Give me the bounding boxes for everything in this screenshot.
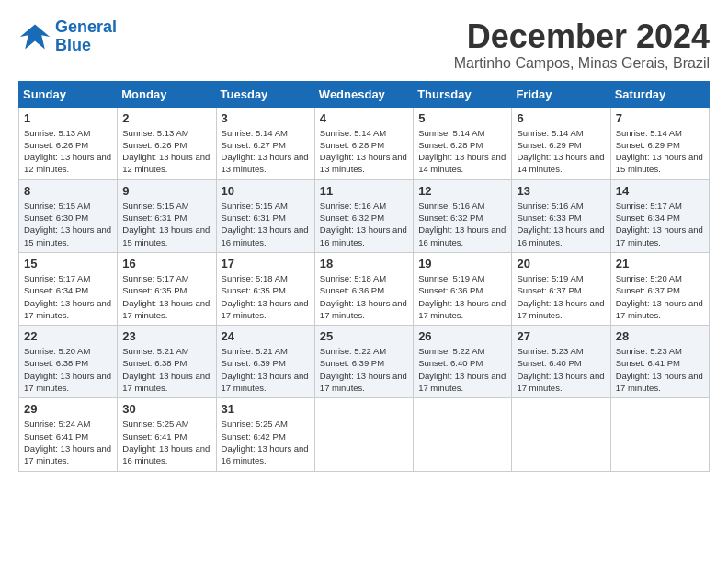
calendar-header-cell: Sunday (19, 81, 118, 107)
calendar-day-cell: 26 Sunrise: 5:22 AMSunset: 6:40 PMDaylig… (414, 326, 512, 398)
day-number: 25 (320, 329, 408, 343)
day-number: 23 (122, 329, 210, 343)
logo-general: General (55, 17, 117, 36)
calendar-day-cell: 15 Sunrise: 5:17 AMSunset: 6:34 PMDaylig… (19, 252, 118, 325)
calendar-day-cell: 8 Sunrise: 5:15 AMSunset: 6:30 PMDayligh… (19, 179, 118, 252)
day-info: Sunrise: 5:22 AMSunset: 6:40 PMDaylight:… (418, 346, 506, 393)
day-info: Sunrise: 5:22 AMSunset: 6:39 PMDaylight:… (320, 346, 407, 393)
day-number: 3 (222, 111, 310, 125)
calendar-day-cell: 28 Sunrise: 5:23 AMSunset: 6:41 PMDaylig… (610, 326, 709, 398)
day-info: Sunrise: 5:25 AMSunset: 6:41 PMDaylight:… (122, 419, 210, 465)
day-info: Sunrise: 5:23 AMSunset: 6:40 PMDaylight:… (517, 346, 604, 393)
day-number: 1 (24, 111, 112, 125)
day-info: Sunrise: 5:14 AMSunset: 6:28 PMDaylight:… (418, 128, 506, 175)
calendar-day-cell: 6 Sunrise: 5:14 AMSunset: 6:29 PMDayligh… (512, 107, 610, 179)
day-number: 13 (517, 184, 605, 198)
day-number: 20 (517, 257, 605, 270)
logo-text: General Blue (55, 18, 117, 55)
calendar-header-cell: Friday (512, 81, 610, 107)
calendar-day-cell: 10 Sunrise: 5:15 AMSunset: 6:31 PMDaylig… (216, 179, 314, 252)
calendar-day-cell: 11 Sunrise: 5:16 AMSunset: 6:32 PMDaylig… (314, 179, 413, 252)
calendar-day-cell: 31 Sunrise: 5:25 AMSunset: 6:42 PMDaylig… (216, 398, 314, 471)
location-subtitle: Martinho Campos, Minas Gerais, Brazil (454, 55, 710, 72)
calendar-day-cell: 18 Sunrise: 5:18 AMSunset: 6:36 PMDaylig… (314, 252, 413, 325)
calendar-day-cell: 27 Sunrise: 5:23 AMSunset: 6:40 PMDaylig… (512, 326, 610, 398)
day-number: 5 (418, 111, 506, 125)
calendar-day-cell: 21 Sunrise: 5:20 AMSunset: 6:37 PMDaylig… (610, 252, 709, 325)
day-info: Sunrise: 5:17 AMSunset: 6:34 PMDaylight:… (24, 273, 111, 320)
calendar-week-row: 15 Sunrise: 5:17 AMSunset: 6:34 PMDaylig… (19, 252, 710, 325)
day-info: Sunrise: 5:25 AMSunset: 6:42 PMDaylight:… (222, 419, 309, 465)
calendar-day-cell: 29 Sunrise: 5:24 AMSunset: 6:41 PMDaylig… (19, 398, 118, 471)
logo: General Blue (18, 18, 117, 55)
logo-bird-icon (18, 20, 51, 53)
day-info: Sunrise: 5:15 AMSunset: 6:31 PMDaylight:… (122, 201, 210, 247)
calendar-day-cell: 13 Sunrise: 5:16 AMSunset: 6:33 PMDaylig… (512, 179, 610, 252)
day-info: Sunrise: 5:14 AMSunset: 6:29 PMDaylight:… (616, 128, 703, 175)
day-info: Sunrise: 5:16 AMSunset: 6:33 PMDaylight:… (517, 201, 604, 247)
day-info: Sunrise: 5:24 AMSunset: 6:41 PMDaylight:… (24, 419, 111, 465)
day-info: Sunrise: 5:13 AMSunset: 6:26 PMDaylight:… (24, 128, 111, 175)
day-info: Sunrise: 5:20 AMSunset: 6:38 PMDaylight:… (24, 346, 111, 393)
month-title: December 2024 (454, 18, 710, 55)
day-info: Sunrise: 5:17 AMSunset: 6:34 PMDaylight:… (616, 201, 703, 247)
day-info: Sunrise: 5:17 AMSunset: 6:35 PMDaylight:… (122, 273, 210, 320)
day-number: 18 (320, 257, 408, 270)
calendar-week-row: 8 Sunrise: 5:15 AMSunset: 6:30 PMDayligh… (19, 179, 710, 252)
day-number: 11 (320, 184, 408, 198)
calendar-day-cell: 14 Sunrise: 5:17 AMSunset: 6:34 PMDaylig… (610, 179, 709, 252)
day-number: 7 (616, 111, 704, 125)
day-number: 4 (320, 111, 408, 125)
day-number: 28 (616, 329, 704, 343)
day-info: Sunrise: 5:18 AMSunset: 6:35 PMDaylight:… (222, 273, 309, 320)
calendar-header-cell: Thursday (414, 81, 512, 107)
page-header: General Blue December 2024 Martinho Camp… (18, 18, 710, 72)
day-info: Sunrise: 5:14 AMSunset: 6:28 PMDaylight:… (320, 128, 407, 175)
calendar-day-cell: 19 Sunrise: 5:19 AMSunset: 6:36 PMDaylig… (414, 252, 512, 325)
day-number: 21 (616, 257, 704, 270)
calendar-week-row: 22 Sunrise: 5:20 AMSunset: 6:38 PMDaylig… (19, 326, 710, 398)
day-number: 22 (24, 329, 112, 343)
calendar-day-cell: 24 Sunrise: 5:21 AMSunset: 6:39 PMDaylig… (216, 326, 314, 398)
day-number: 17 (222, 257, 310, 270)
calendar-day-cell: 5 Sunrise: 5:14 AMSunset: 6:28 PMDayligh… (414, 107, 512, 179)
day-info: Sunrise: 5:19 AMSunset: 6:37 PMDaylight:… (517, 273, 604, 320)
calendar-day-cell: 7 Sunrise: 5:14 AMSunset: 6:29 PMDayligh… (610, 107, 709, 179)
calendar-table: SundayMondayTuesdayWednesdayThursdayFrid… (18, 81, 710, 472)
logo-blue: Blue (55, 37, 117, 55)
svg-marker-0 (20, 24, 50, 49)
calendar-header-cell: Wednesday (314, 81, 413, 107)
calendar-day-cell (512, 398, 610, 471)
calendar-day-cell: 2 Sunrise: 5:13 AMSunset: 6:26 PMDayligh… (118, 107, 216, 179)
day-info: Sunrise: 5:14 AMSunset: 6:29 PMDaylight:… (517, 128, 604, 175)
calendar-header-cell: Monday (118, 81, 216, 107)
day-info: Sunrise: 5:15 AMSunset: 6:31 PMDaylight:… (222, 201, 309, 247)
day-number: 19 (418, 257, 506, 270)
day-number: 16 (122, 257, 210, 270)
day-number: 29 (24, 402, 112, 416)
calendar-day-cell: 3 Sunrise: 5:14 AMSunset: 6:27 PMDayligh… (216, 107, 314, 179)
day-number: 14 (616, 184, 704, 198)
calendar-day-cell (314, 398, 413, 471)
day-number: 30 (122, 402, 210, 416)
calendar-day-cell (610, 398, 709, 471)
day-number: 12 (418, 184, 506, 198)
day-info: Sunrise: 5:16 AMSunset: 6:32 PMDaylight:… (320, 201, 407, 247)
day-number: 10 (222, 184, 310, 198)
calendar-day-cell: 12 Sunrise: 5:16 AMSunset: 6:32 PMDaylig… (414, 179, 512, 252)
calendar-day-cell: 9 Sunrise: 5:15 AMSunset: 6:31 PMDayligh… (118, 179, 216, 252)
calendar-day-cell: 30 Sunrise: 5:25 AMSunset: 6:41 PMDaylig… (118, 398, 216, 471)
title-block: December 2024 Martinho Campos, Minas Ger… (454, 18, 710, 72)
day-number: 6 (517, 111, 605, 125)
day-info: Sunrise: 5:21 AMSunset: 6:39 PMDaylight:… (222, 346, 309, 393)
day-info: Sunrise: 5:18 AMSunset: 6:36 PMDaylight:… (320, 273, 407, 320)
day-info: Sunrise: 5:15 AMSunset: 6:30 PMDaylight:… (24, 201, 111, 247)
calendar-day-cell: 4 Sunrise: 5:14 AMSunset: 6:28 PMDayligh… (314, 107, 413, 179)
calendar-day-cell: 22 Sunrise: 5:20 AMSunset: 6:38 PMDaylig… (19, 326, 118, 398)
calendar-day-cell: 23 Sunrise: 5:21 AMSunset: 6:38 PMDaylig… (118, 326, 216, 398)
day-number: 15 (24, 257, 112, 270)
calendar-day-cell: 17 Sunrise: 5:18 AMSunset: 6:35 PMDaylig… (216, 252, 314, 325)
day-info: Sunrise: 5:16 AMSunset: 6:32 PMDaylight:… (418, 201, 506, 247)
day-number: 31 (222, 402, 310, 416)
calendar-day-cell: 1 Sunrise: 5:13 AMSunset: 6:26 PMDayligh… (19, 107, 118, 179)
